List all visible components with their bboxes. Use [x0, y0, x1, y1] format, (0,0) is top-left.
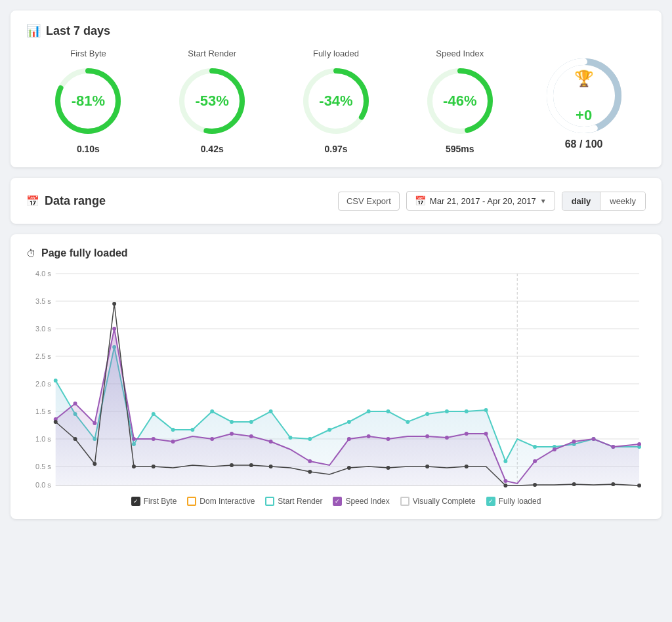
- period-toggle: daily weekly: [562, 192, 646, 211]
- svg-text:Mar 21, 2017: Mar 21, 2017: [56, 489, 98, 490]
- legend-checkbox-speed-index[interactable]: [333, 497, 342, 506]
- svg-point-77: [210, 437, 214, 441]
- svg-text:Apr 16, 2017: Apr 16, 2017: [502, 489, 543, 490]
- chart-card: ⏱ Page fully loaded 4.0 s 3.5 s 3.0 s 2.…: [10, 234, 662, 519]
- svg-point-47: [210, 409, 214, 413]
- svg-point-78: [230, 432, 234, 436]
- data-range-card: 📅 Data range CSV Export 📅 Mar 21, 2017 -…: [10, 178, 662, 224]
- legend-label-dom-interactive: Dom Interactive: [200, 497, 255, 506]
- svg-point-46: [190, 428, 194, 432]
- data-range-controls: CSV Export 📅 Mar 21, 2017 - Apr 20, 2017…: [338, 191, 646, 211]
- svg-point-101: [152, 465, 156, 468]
- svg-point-105: [308, 470, 312, 474]
- svg-point-81: [308, 459, 312, 463]
- svg-point-114: [637, 484, 641, 487]
- svg-point-109: [465, 465, 469, 468]
- chevron-down-icon: ▼: [540, 197, 547, 205]
- svg-point-96: [54, 420, 58, 424]
- last-7-days-card: 📊 Last 7 days First Byte -81% 0.10s Star…: [10, 10, 662, 167]
- svg-text:Apr 12, 2017: Apr 12, 2017: [434, 489, 475, 490]
- svg-point-104: [269, 465, 273, 468]
- svg-text:0.0 s: 0.0 s: [35, 481, 51, 489]
- svg-text:Mar 25, 2017: Mar 25, 2017: [127, 489, 169, 490]
- svg-point-112: [572, 482, 576, 486]
- legend-checkbox-start-render[interactable]: [265, 497, 274, 506]
- fully-loaded-label: Fully loaded: [313, 49, 359, 58]
- svg-text:2.0 s: 2.0 s: [35, 380, 51, 388]
- first-byte-circle: -81%: [52, 65, 124, 137]
- svg-point-57: [406, 420, 410, 424]
- svg-point-111: [533, 483, 537, 487]
- trophy-icon: 🏆: [574, 70, 594, 88]
- legend-label-visually-complete: Visually Complete: [413, 497, 476, 506]
- svg-point-49: [249, 420, 253, 424]
- svg-text:Apr 8, 2017: Apr 8, 2017: [366, 489, 402, 490]
- bar-chart-icon: 📊: [26, 24, 41, 38]
- fully-loaded-stat: Fully loaded -34% 0.97s: [274, 49, 398, 154]
- legend-dom-interactive: Dom Interactive: [187, 497, 255, 506]
- legend-checkbox-dom-interactive[interactable]: [187, 497, 196, 506]
- svg-point-93: [592, 437, 596, 441]
- chart-area: 4.0 s 3.5 s 3.0 s 2.5 s 2.0 s 1.5 s 1.0 …: [26, 267, 646, 490]
- score-donut: 🏆 +0: [541, 53, 627, 138]
- first-byte-percent: -81%: [72, 93, 105, 110]
- svg-point-39: [54, 379, 58, 383]
- svg-point-74: [132, 437, 136, 441]
- legend-start-render: Start Render: [265, 497, 322, 506]
- svg-point-59: [445, 409, 449, 413]
- score-label: 68 / 100: [565, 138, 603, 150]
- legend-label-fully-loaded: Fully loaded: [499, 497, 541, 506]
- fully-loaded-circle: -34%: [300, 65, 372, 137]
- chart-svg: 4.0 s 3.5 s 3.0 s 2.5 s 2.0 s 1.5 s 1.0 …: [26, 267, 646, 490]
- svg-point-45: [171, 428, 175, 432]
- weekly-button[interactable]: weekly: [600, 192, 645, 210]
- speed-index-percent: -46%: [443, 93, 476, 110]
- svg-point-108: [425, 465, 429, 468]
- svg-point-90: [533, 459, 537, 463]
- svg-point-61: [484, 408, 488, 412]
- svg-point-95: [637, 442, 641, 446]
- svg-point-62: [503, 459, 507, 463]
- svg-point-99: [112, 302, 116, 306]
- svg-point-87: [465, 432, 469, 436]
- legend-checkbox-visually-complete[interactable]: [400, 497, 410, 506]
- svg-point-91: [553, 447, 556, 451]
- svg-point-54: [347, 420, 351, 424]
- daily-button[interactable]: daily: [562, 192, 601, 210]
- svg-text:Apr 3, 2017: Apr 3, 2017: [297, 489, 333, 490]
- svg-text:0.5 s: 0.5 s: [35, 463, 51, 470]
- svg-point-97: [74, 437, 77, 441]
- svg-point-79: [249, 434, 253, 438]
- svg-point-76: [171, 440, 175, 444]
- legend-checkbox-first-byte[interactable]: [131, 497, 140, 506]
- svg-point-94: [611, 445, 615, 449]
- svg-point-71: [74, 402, 77, 405]
- svg-point-102: [230, 463, 234, 467]
- legend-visually-complete: Visually Complete: [400, 497, 476, 506]
- svg-point-73: [112, 327, 116, 331]
- stats-metrics-row: First Byte -81% 0.10s Start Render -53% …: [26, 49, 646, 154]
- svg-point-58: [425, 412, 429, 416]
- svg-point-63: [533, 445, 537, 449]
- svg-point-83: [367, 434, 371, 438]
- csv-export-button[interactable]: CSV Export: [338, 192, 400, 211]
- legend-checkbox-fully-loaded[interactable]: [486, 497, 495, 506]
- legend-label-speed-index: Speed Index: [345, 497, 389, 506]
- svg-text:2.5 s: 2.5 s: [35, 352, 51, 360]
- date-range-text: Mar 21, 2017 - Apr 20, 2017: [430, 196, 536, 206]
- date-range-button[interactable]: 📅 Mar 21, 2017 - Apr 20, 2017 ▼: [406, 191, 555, 211]
- speed-index-circle: -46%: [424, 65, 496, 137]
- legend-speed-index: Speed Index: [333, 497, 389, 506]
- speed-index-stat: Speed Index -46% 595ms: [398, 49, 522, 154]
- chart-legend: First Byte Dom Interactive Start Render …: [26, 497, 646, 506]
- svg-text:Apr 20, 2017: Apr 20, 2017: [594, 489, 635, 490]
- svg-point-89: [503, 479, 507, 483]
- svg-text:3.5 s: 3.5 s: [35, 297, 51, 305]
- speed-index-value: 595ms: [446, 144, 474, 154]
- score-change: +0: [576, 107, 592, 124]
- svg-point-44: [152, 412, 156, 416]
- fully-loaded-percent: -34%: [319, 93, 352, 110]
- chart-title: Page fully loaded: [41, 247, 128, 259]
- svg-marker-69: [56, 329, 639, 486]
- svg-point-107: [387, 466, 390, 470]
